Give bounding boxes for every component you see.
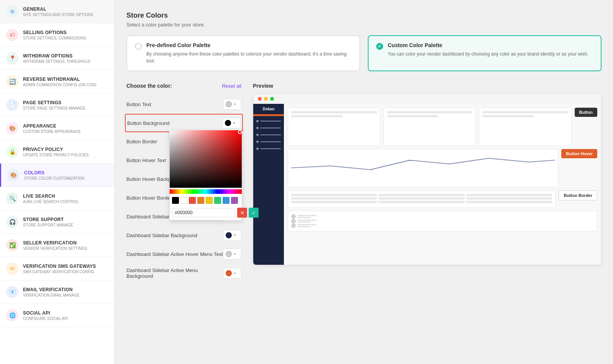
preview-window: Dokan <box>253 93 602 265</box>
sidebar-icon-selling: 🏷 <box>6 29 18 41</box>
picker-swatches <box>170 195 242 205</box>
sidebar-title-email: EMAIL VERIFICATION <box>23 287 108 292</box>
custom-palette-card[interactable]: ✓ Custom Color Palette You can color you… <box>368 35 602 71</box>
color-label-sidebar-active-menu-bg: Dashboard Sidebar Active Menu Background <box>126 267 223 279</box>
picker-gradient[interactable] <box>170 130 242 188</box>
sidebar-title-appearance: APPEARANCE <box>23 123 108 129</box>
sidebar-title-social: SOCIAL API <box>23 310 108 316</box>
sidebar-item-withdraw[interactable]: 📍 WITHDRAW OPTIONS WITHDRAW SETTINGS, TH… <box>0 47 115 70</box>
swatch-blue[interactable] <box>223 197 229 204</box>
cell-4 <box>291 197 377 200</box>
sidebar-subtitle-livesearch: AJAX LIVE SEARCH CONTROL <box>23 200 108 204</box>
cell-5 <box>379 197 464 200</box>
avatar-row-3 <box>291 223 594 228</box>
cell-3 <box>466 194 552 196</box>
sidebar-text-colors: COLORS STORE COLOR CUSTOMIZATION <box>24 170 108 180</box>
swatch-orange[interactable] <box>197 197 204 204</box>
titlebar-minimize <box>264 97 268 101</box>
sidebar-item-sms[interactable]: ✉ VERIFICATION SMS GATEWAYS SMS GATEWAY … <box>0 257 115 280</box>
predefined-radio[interactable] <box>135 43 142 50</box>
preview-dokan-header: Dokan <box>253 104 284 115</box>
sidebar-subtitle-storesupport: STORE SUPPORT MANAGE <box>23 223 108 227</box>
avatar-line-4 <box>297 221 311 223</box>
predefined-palette-card[interactable]: Pre-defined Color Palette By choosing an… <box>126 35 360 71</box>
cell-6 <box>466 197 552 200</box>
sidebar-item-general[interactable]: ⚙ GENERAL SITE SETTINGS AND STORE OPTION… <box>0 0 115 23</box>
preview-menu-4 <box>253 138 284 145</box>
swatch-arrow-sidebar-active-menu-bg: ▼ <box>233 272 236 275</box>
preview-buttons: Button <box>575 108 597 117</box>
ph-5 <box>482 111 568 113</box>
preview-button-default[interactable]: Button <box>575 108 597 117</box>
preview-row-1: Button <box>288 108 597 146</box>
sidebar-subtitle-seller: VENDOR VERIFICATION SETTINGS <box>23 246 108 251</box>
sidebar-item-seller[interactable]: ✅ SELLER VERIFICATION VENDOR VERIFICATIO… <box>0 234 115 257</box>
sidebar-icon-page: 📄 <box>6 99 18 111</box>
picker-hex-row: ✕ ✓ <box>170 205 242 220</box>
sidebar-item-reverse[interactable]: 🔄 REVERSE WITHDRAWAL ADMIN COMMISSION CO… <box>0 70 115 93</box>
sidebar-item-storesupport[interactable]: 🎧 STORE SUPPORT STORE SUPPORT MANAGE <box>0 210 115 234</box>
avatar-1 <box>291 214 296 219</box>
picker-cancel-btn[interactable]: ✕ <box>237 208 247 218</box>
picker-hue-slider[interactable] <box>170 189 242 194</box>
sidebar-text-reverse: REVERSE WITHDRAWAL ADMIN COMMISSION CONF… <box>23 77 108 87</box>
menu-icon-3 <box>256 134 259 136</box>
sidebar-item-colors[interactable]: 🎨 COLORS STORE COLOR CUSTOMIZATION <box>0 164 115 187</box>
sidebar-item-livesearch[interactable]: 🔍 LIVE SEARCH AJAX LIVE SEARCH CONTROL <box>0 187 115 210</box>
sidebar-item-page[interactable]: 📄 PAGE SETTINGS STORE PAGE SETTINGS MANA… <box>0 93 115 117</box>
preview-chart <box>288 149 558 187</box>
menu-icon-4 <box>256 141 259 143</box>
sidebar-item-privacy[interactable]: 🔒 PRIVACY POLICY UPDATE STORE PRIVACY PO… <box>0 140 115 164</box>
picker-hex-input[interactable] <box>172 208 235 217</box>
sidebar-title-withdraw: WITHDRAW OPTIONS <box>23 53 108 59</box>
ph-2 <box>291 115 343 117</box>
sidebar-item-appearance[interactable]: 🎨 APPEARANCE CUSTOM STORE APPEARANCE <box>0 117 115 140</box>
avatar-lines-2 <box>297 220 316 223</box>
preview-row-4 <box>288 211 597 231</box>
section-subtitle: Select a color palette for your store. <box>126 22 602 28</box>
cell-2 <box>379 194 464 196</box>
sidebar-text-email: EMAIL VERIFICATION VERIFICATION EMAIL MA… <box>23 287 108 297</box>
color-swatch-button-bg[interactable]: ▼ <box>222 118 241 128</box>
sidebar-text-sms: VERIFICATION SMS GATEWAYS SMS GATEWAY VE… <box>23 264 108 274</box>
picker-cursor <box>238 130 242 134</box>
sidebar-text-page: PAGE SETTINGS STORE PAGE SETTINGS MANAGE <box>23 100 108 110</box>
sidebar-item-selling[interactable]: 🏷 SELLING OPTIONS STORE SETTINGS, COMMIS… <box>0 23 115 47</box>
custom-radio[interactable]: ✓ <box>376 43 383 50</box>
color-swatch-sidebar-bg[interactable]: ▼ <box>223 230 241 241</box>
preview-card-2 <box>384 108 476 146</box>
picker-confirm-btn[interactable]: ✓ <box>249 208 259 218</box>
sidebar-text-storesupport: STORE SUPPORT STORE SUPPORT MANAGE <box>23 217 108 227</box>
preview-label: Preview <box>253 83 602 89</box>
color-row-button-bg: Button Background ▼ ✕ <box>125 114 243 132</box>
swatch-white[interactable] <box>180 197 187 204</box>
swatch-red[interactable] <box>189 197 196 204</box>
sidebar-subtitle-email: VERIFICATION EMAIL MANAGE <box>23 293 108 297</box>
preview-button-hover[interactable]: Button Hover <box>561 149 597 158</box>
cell-7 <box>291 201 377 203</box>
avatar-3 <box>291 223 296 228</box>
preview-buttons-3: Button Border <box>559 190 597 200</box>
menu-icon-1 <box>256 120 259 122</box>
swatch-purple[interactable] <box>231 197 238 204</box>
main-content: Store Colors Select a color palette for … <box>115 0 613 364</box>
sidebar-subtitle-colors: STORE COLOR CUSTOMIZATION <box>24 176 108 180</box>
swatch-green[interactable] <box>214 197 221 204</box>
swatch-circle-sidebar-bg <box>226 232 232 238</box>
preview-button-border[interactable]: Button Border <box>559 190 597 200</box>
predefined-desc: By choosing anyone from these color pale… <box>146 51 352 64</box>
sidebar-item-social[interactable]: 🌐 SOCIAL API CONFIGURE SOCIAL API <box>0 304 115 327</box>
swatch-black[interactable] <box>172 197 179 204</box>
sidebar-item-email[interactable]: 📧 EMAIL VERIFICATION VERIFICATION EMAIL … <box>0 280 115 304</box>
preview-body: Dokan <box>253 104 601 265</box>
color-swatch-sidebar-active-hover-text[interactable]: ▼ <box>223 249 241 259</box>
cell-8 <box>379 201 464 203</box>
sidebar-subtitle-sms: SMS GATEWAY VERIFICATION CONFIG <box>23 270 108 274</box>
sidebar-subtitle-general: SITE SETTINGS AND STORE OPTIONS <box>23 13 108 17</box>
swatch-arrow-button-text: ▼ <box>233 103 236 106</box>
color-swatch-button-text[interactable]: ▼ <box>223 99 241 110</box>
reset-all-button[interactable]: Reset all <box>222 83 241 89</box>
color-swatch-sidebar-active-menu-bg[interactable]: ▼ <box>223 268 241 279</box>
preview-buttons-2: Button Hover <box>561 149 597 158</box>
swatch-yellow[interactable] <box>206 197 213 204</box>
